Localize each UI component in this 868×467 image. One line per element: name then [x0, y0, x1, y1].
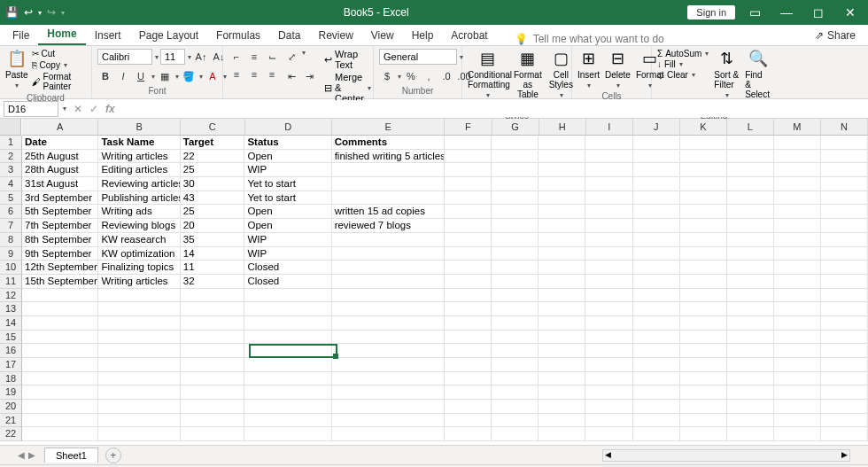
cell-N5[interactable]	[821, 191, 868, 206]
cell-G16[interactable]	[492, 344, 539, 358]
cell-I17[interactable]	[585, 358, 632, 372]
row-header-8[interactable]: 8	[0, 233, 21, 247]
font-color-button[interactable]: A	[205, 68, 221, 84]
row-header-6[interactable]: 6	[0, 205, 21, 219]
cell-A17[interactable]	[22, 358, 98, 372]
cell-M6[interactable]	[774, 205, 821, 219]
ribbon-options-icon[interactable]: ▭	[742, 5, 767, 19]
cell-K4[interactable]	[680, 177, 727, 191]
cell-D14[interactable]	[244, 316, 331, 331]
cell-N16[interactable]	[821, 344, 868, 358]
italic-button[interactable]: I	[115, 68, 131, 84]
cell-B8[interactable]: KW reasearch	[98, 233, 180, 247]
row-header-2[interactable]: 2	[0, 150, 21, 164]
cell-D13[interactable]	[244, 302, 331, 316]
qat-dropdown-icon[interactable]: ▾	[61, 9, 65, 17]
cell-N22[interactable]	[821, 427, 868, 441]
cell-A21[interactable]	[22, 414, 98, 428]
cell-B7[interactable]: Reviewing blogs	[98, 219, 180, 233]
cell-C17[interactable]	[181, 358, 245, 372]
cell-C21[interactable]	[181, 414, 245, 428]
cell-F2[interactable]	[445, 150, 492, 164]
cell-B14[interactable]	[98, 316, 180, 331]
comma-format-icon[interactable]: ,	[421, 68, 437, 84]
fx-icon[interactable]: fx	[105, 103, 115, 115]
clear-button[interactable]: ◇Clear▾	[657, 70, 709, 80]
cell-I10[interactable]	[585, 261, 632, 275]
cell-G17[interactable]	[492, 358, 539, 372]
cell-H2[interactable]	[539, 150, 585, 164]
tab-formulas[interactable]: Formulas	[207, 26, 269, 45]
horizontal-scrollbar[interactable]: ◀ ▶	[602, 449, 850, 462]
number-format-select[interactable]	[379, 49, 457, 65]
cell-B20[interactable]	[98, 400, 180, 414]
cell-M7[interactable]	[774, 219, 821, 233]
cell-B9[interactable]: KW optimization	[98, 247, 180, 261]
cell-I3[interactable]	[585, 163, 632, 177]
cell-J7[interactable]	[633, 219, 680, 233]
cell-D18[interactable]	[244, 372, 331, 386]
cell-F4[interactable]	[445, 177, 492, 191]
cell-F18[interactable]	[445, 372, 492, 386]
autosum-button[interactable]: ΣAutoSum▾	[657, 49, 709, 58]
row-header-14[interactable]: 14	[0, 316, 21, 331]
cell-C6[interactable]: 25	[181, 205, 245, 219]
row-header-4[interactable]: 4	[0, 177, 21, 191]
cell-H18[interactable]	[539, 372, 585, 386]
cell-K15[interactable]	[680, 331, 727, 345]
cell-N3[interactable]	[821, 163, 868, 177]
cell-M10[interactable]	[774, 261, 821, 275]
cell-L20[interactable]	[727, 400, 774, 414]
cell-M18[interactable]	[774, 372, 821, 386]
cell-M22[interactable]	[774, 427, 821, 441]
cell-A16[interactable]	[22, 344, 98, 358]
cell-G14[interactable]	[492, 316, 539, 331]
cell-F8[interactable]	[445, 233, 492, 247]
cell-M15[interactable]	[774, 331, 821, 345]
row-header-12[interactable]: 12	[0, 289, 21, 303]
row-header-5[interactable]: 5	[0, 191, 21, 206]
cell-G7[interactable]	[492, 219, 539, 233]
row-header-9[interactable]: 9	[0, 247, 21, 261]
col-header-A[interactable]: A	[22, 119, 98, 135]
cell-L12[interactable]	[727, 289, 774, 303]
cell-C1[interactable]: Target	[181, 136, 245, 150]
cell-K16[interactable]	[680, 344, 727, 358]
cell-L15[interactable]	[727, 331, 774, 345]
cell-F7[interactable]	[445, 219, 492, 233]
cell-K14[interactable]	[680, 316, 727, 331]
delete-cells-button[interactable]: ⊟Delete▾	[605, 49, 631, 90]
cell-H14[interactable]	[539, 316, 585, 331]
cell-F19[interactable]	[445, 385, 492, 400]
cell-E14[interactable]	[332, 316, 446, 331]
cell-F21[interactable]	[445, 414, 492, 428]
cell-G10[interactable]	[492, 261, 539, 275]
paste-icon[interactable]: 📋	[7, 49, 27, 68]
cell-L11[interactable]	[727, 275, 774, 289]
cell-I13[interactable]	[585, 302, 632, 316]
cell-L1[interactable]	[727, 136, 774, 150]
cell-N21[interactable]	[821, 414, 868, 428]
cell-A2[interactable]: 25th August	[22, 150, 98, 164]
cell-F6[interactable]	[445, 205, 492, 219]
cell-J12[interactable]	[633, 289, 680, 303]
select-all-corner[interactable]	[0, 119, 21, 136]
cell-B3[interactable]: Editing articles	[98, 163, 180, 177]
cell-F15[interactable]	[445, 331, 492, 345]
scroll-left-icon[interactable]: ◀	[605, 450, 611, 459]
cell-J9[interactable]	[633, 247, 680, 261]
tab-file[interactable]: File	[4, 26, 38, 45]
cell-D8[interactable]: WIP	[244, 233, 331, 247]
cell-I19[interactable]	[585, 385, 632, 400]
cell-E16[interactable]	[332, 344, 446, 358]
cell-D11[interactable]: Closed	[244, 275, 331, 289]
cell-D17[interactable]	[244, 358, 331, 372]
undo-icon[interactable]: ↩	[24, 6, 33, 19]
cell-N7[interactable]	[821, 219, 868, 233]
signin-button[interactable]: Sign in	[687, 5, 735, 19]
cell-L9[interactable]	[727, 247, 774, 261]
cell-M14[interactable]	[774, 316, 821, 331]
cell-D12[interactable]	[244, 289, 331, 303]
cell-L3[interactable]	[727, 163, 774, 177]
col-header-G[interactable]: G	[492, 119, 539, 135]
